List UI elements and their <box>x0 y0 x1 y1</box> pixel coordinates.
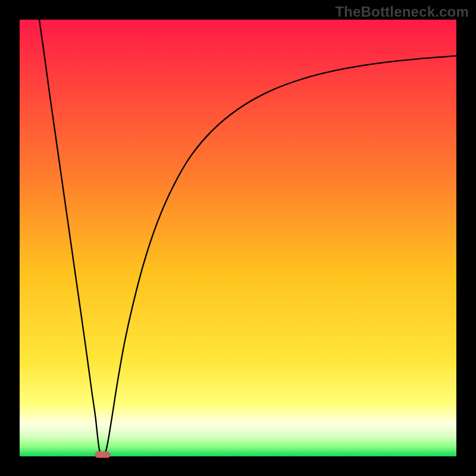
valley-marker-pill <box>95 452 110 458</box>
valley-marker <box>95 452 110 458</box>
plot-background <box>20 20 456 456</box>
chart-root: TheBottleneck.com <box>0 0 476 476</box>
chart-canvas <box>0 0 476 476</box>
